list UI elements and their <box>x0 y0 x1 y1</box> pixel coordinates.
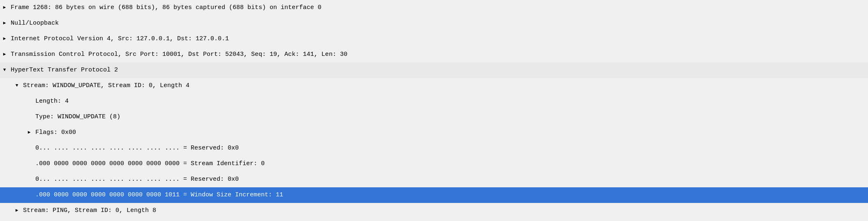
row-text: Stream: PING, Stream ID: 0, Length 8 <box>23 206 866 216</box>
expander-icon <box>25 159 34 168</box>
row-text: 0... .... .... .... .... .... .... .... … <box>35 143 866 153</box>
expander-icon <box>25 113 34 122</box>
row-reserved2[interactable]: 0... .... .... .... .... .... .... .... … <box>0 172 868 187</box>
expander-icon[interactable] <box>12 206 21 215</box>
expander-icon[interactable] <box>25 128 34 137</box>
row-stream-identifier[interactable]: .000 0000 0000 0000 0000 0000 0000 0000 … <box>0 156 868 172</box>
row-text: .000 0000 0000 0000 0000 0000 0000 1011 … <box>35 190 866 200</box>
row-text: Length: 4 <box>35 97 866 106</box>
row-tcp[interactable]: Transmission Control Protocol, Src Port:… <box>0 47 868 62</box>
row-stream-ping[interactable]: Stream: PING, Stream ID: 0, Length 8 <box>0 203 868 219</box>
row-text: HyperText Transfer Protocol 2 <box>11 65 866 75</box>
expander-icon[interactable] <box>0 66 9 75</box>
row-frame[interactable]: Frame 1268: 86 bytes on wire (688 bits),… <box>0 0 868 16</box>
row-text: .000 0000 0000 0000 0000 0000 0000 0000 … <box>35 159 866 169</box>
row-text: Transmission Control Protocol, Src Port:… <box>11 50 866 60</box>
expander-icon[interactable] <box>0 35 9 44</box>
row-text: Frame 1268: 86 bytes on wire (688 bits),… <box>11 3 866 13</box>
expander-icon <box>25 144 34 153</box>
expander-icon[interactable] <box>0 50 9 59</box>
expander-icon[interactable] <box>0 19 9 28</box>
row-reserved1[interactable]: 0... .... .... .... .... .... .... .... … <box>0 140 868 156</box>
row-stream-window[interactable]: Stream: WINDOW_UPDATE, Stream ID: 0, Len… <box>0 78 868 94</box>
row-text: Type: WINDOW_UPDATE (8) <box>35 112 866 122</box>
row-text: Flags: 0x00 <box>35 128 866 138</box>
expander-icon <box>25 175 34 184</box>
expander-icon[interactable] <box>0 3 9 12</box>
row-text: Stream: WINDOW_UPDATE, Stream ID: 0, Len… <box>23 81 866 91</box>
expander-icon[interactable] <box>12 81 21 90</box>
row-window-size[interactable]: .000 0000 0000 0000 0000 0000 0000 1011 … <box>0 187 868 203</box>
row-text: Internet Protocol Version 4, Src: 127.0.… <box>11 34 866 44</box>
row-http2[interactable]: HyperText Transfer Protocol 2 <box>0 62 868 78</box>
row-ipv4[interactable]: Internet Protocol Version 4, Src: 127.0.… <box>0 31 868 47</box>
row-type[interactable]: Type: WINDOW_UPDATE (8) <box>0 109 868 125</box>
row-text: Null/Loopback <box>11 18 866 28</box>
expander-icon <box>25 191 34 200</box>
row-flags[interactable]: Flags: 0x00 <box>0 125 868 140</box>
row-null[interactable]: Null/Loopback <box>0 16 868 31</box>
expander-icon <box>25 97 34 106</box>
row-length[interactable]: Length: 4 <box>0 94 868 109</box>
packet-details-panel: Frame 1268: 86 bytes on wire (688 bits),… <box>0 0 868 221</box>
row-text: 0... .... .... .... .... .... .... .... … <box>35 175 866 184</box>
